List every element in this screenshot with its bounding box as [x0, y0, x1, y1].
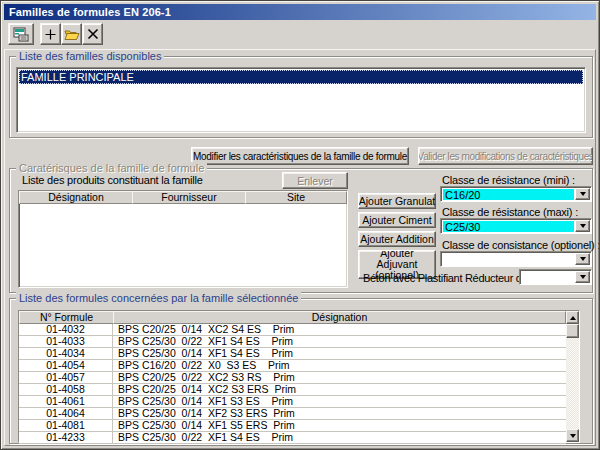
table-row[interactable]: 01-4033BPS C25/30 0/22 XF1 S4 ES Prim [19, 336, 566, 348]
formula-designation: BPS C25/30 0/14 XF1 S4 ES Prim [113, 348, 566, 360]
resistance-min-label: Classe de résistance (mini) : [442, 174, 575, 186]
table-row[interactable]: 01-4081BPS C25/30 0/14 XF1 S5 ERS Prim [19, 420, 566, 432]
add-ciment-button[interactable]: Ajouter Ciment [358, 212, 436, 228]
delete-x-icon [87, 28, 99, 40]
resistance-max-combo[interactable]: C25/30 [440, 218, 592, 234]
formula-designation: BPS C20/25 0/14 XC2 S3 ERS Prim [113, 384, 566, 396]
families-group-title: Liste des familles disponibles [16, 50, 164, 62]
window-title: Familles de formules EN 206-1 [9, 6, 171, 18]
chevron-down-icon[interactable] [575, 220, 590, 232]
products-col-fournisseur[interactable]: Fournisseur [132, 191, 246, 204]
scrollbar-thumb[interactable] [566, 324, 579, 338]
chevron-down-icon[interactable] [575, 271, 590, 283]
delete-family-button[interactable] [82, 23, 103, 45]
arrow-down-icon [570, 434, 576, 438]
resistance-min-combo[interactable]: C16/20 [440, 186, 592, 202]
scroll-up-button[interactable] [566, 311, 579, 324]
remove-product-button: Enlever [282, 172, 348, 189]
products-list-label: Liste des produits constituant la famill… [22, 174, 203, 186]
table-row[interactable]: 01-4032BPS C20/25 0/14 XC2 S4 ES Prim [19, 324, 566, 336]
families-group: Liste des familles disponibles FAMILLE P… [9, 56, 593, 138]
chevron-down-icon[interactable] [575, 253, 590, 265]
products-col-designation[interactable]: Désignation [19, 191, 133, 204]
consistency-combo[interactable] [440, 251, 592, 267]
plasticizer-label: Béton avec Plastifiant Réducteur d'eau : [363, 272, 516, 284]
formulas-table[interactable]: N° Formule Désignation 01-4032BPS C20/25… [18, 310, 580, 443]
list-item-famille-principale[interactable]: FAMILLE PRINCIPALE [19, 70, 583, 84]
chevron-down-icon[interactable] [575, 188, 590, 200]
formulas-group-title: Liste des formules concernées par la fam… [16, 292, 301, 304]
modify-characteristics-button[interactable]: Modifier les caractéristiques de la fami… [191, 147, 409, 165]
consistency-label: Classe de consistance (optionel) : [442, 239, 600, 251]
toolbar [4, 20, 596, 49]
open-family-button[interactable] [61, 23, 82, 45]
formula-designation: BPS C20/25 0/22 XC2 S3 RS Prim [113, 372, 566, 384]
chevron-down-glyph [580, 224, 586, 228]
add-granulat-button[interactable]: Ajouter Granulat [358, 193, 436, 209]
app-window: Familles de formules EN 206-1 [0, 0, 600, 450]
chevron-down-glyph [580, 257, 586, 261]
plus-icon [44, 28, 57, 41]
resistance-min-value: C16/20 [443, 189, 574, 200]
chevron-down-glyph [580, 192, 586, 196]
families-listbox[interactable]: FAMILLE PRINCIPALE [16, 67, 586, 133]
formula-number: 01-4233 [19, 432, 113, 444]
formula-designation: BPS C25/30 0/14 XF1 S5 ERS Prim [113, 420, 566, 432]
report-button[interactable] [8, 23, 34, 45]
title-bar: Familles de formules EN 206-1 [4, 4, 596, 20]
formula-designation: BPS C16/20 0/22 X0 S3 ES Prim [113, 360, 566, 372]
resistance-max-label: Classe de résistance (maxi) : [442, 206, 578, 218]
plasticizer-value [522, 272, 574, 283]
chevron-down-glyph [580, 275, 586, 279]
add-addition-button[interactable]: Ajouter Addition [358, 231, 436, 247]
report-grid-icon [13, 27, 29, 42]
table-row[interactable]: 01-4057BPS C20/25 0/22 XC2 S3 RS Prim [19, 372, 566, 384]
table-row[interactable]: 01-4034BPS C25/30 0/14 XF1 S4 ES Prim [19, 348, 566, 360]
folder-open-icon [64, 28, 80, 41]
characteristics-group: Caratérisques de la famille de formule L… [9, 168, 593, 293]
table-row[interactable]: 01-4058BPS C20/25 0/14 XC2 S3 ERS Prim [19, 384, 566, 396]
formulas-scrollbar[interactable] [566, 311, 579, 442]
formula-designation: BPS C20/25 0/14 XC2 S4 ES Prim [113, 324, 566, 336]
products-col-site[interactable]: Site [245, 191, 347, 204]
table-row[interactable]: 01-4064BPS C25/30 0/14 XF2 S3 ERS Prim [19, 408, 566, 420]
products-table[interactable]: Désignation Fournisseur Site [18, 190, 348, 288]
formula-designation: BPS C25/30 0/14 XF2 S3 ERS Prim [113, 408, 566, 420]
table-row[interactable]: 01-4233BPS C25/30 0/22 XF1 S4 ES Prim [19, 432, 566, 444]
formulas-col-designation[interactable]: Désignation [113, 311, 566, 324]
formula-designation: BPS C25/30 0/22 XF1 S4 ES Prim [113, 336, 566, 348]
arrow-up-icon [570, 316, 576, 320]
table-row[interactable]: 01-4061BPS C25/30 0/14 XF1 S3 ES Prim [19, 396, 566, 408]
formula-designation: BPS C25/30 0/14 XF1 S3 ES Prim [113, 396, 566, 408]
validate-modifications-button: Valider les modifications de caractérist… [418, 147, 593, 165]
add-family-button[interactable] [40, 23, 61, 45]
resistance-max-value: C25/30 [443, 221, 574, 232]
scroll-down-button[interactable] [566, 429, 579, 442]
table-row[interactable]: 01-4054BPS C16/20 0/22 X0 S3 ES Prim [19, 360, 566, 372]
consistency-value [443, 254, 574, 265]
formula-designation: BPS C25/30 0/22 XF1 S4 ES Prim [113, 432, 566, 444]
formulas-group: Liste des formules concernées par la fam… [9, 298, 593, 444]
plasticizer-combo[interactable] [519, 269, 592, 285]
characteristics-group-title: Caratérisques de la famille de formule [16, 162, 207, 174]
